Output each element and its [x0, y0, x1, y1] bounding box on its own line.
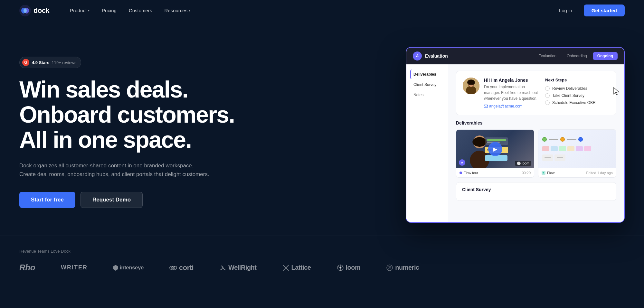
step-circle-2	[545, 93, 550, 98]
hero-buttons: Start for free Request Demo	[19, 192, 296, 208]
nav-pricing[interactable]: Pricing	[97, 5, 122, 16]
intenseye-icon	[113, 265, 118, 271]
figma-icon	[542, 171, 545, 175]
app-header-left: A Evaluation	[413, 51, 448, 61]
hero-subtext: Dock organizes all customer-shared conte…	[19, 161, 238, 179]
logo-wellright: WellRight	[219, 264, 256, 271]
video-dot	[459, 172, 462, 174]
video-timestamp: 00:20	[522, 171, 531, 175]
hero-heading: Win sales deals. Onboard customers. All …	[19, 77, 296, 152]
app-body: Deliverables Client Survey Notes	[406, 64, 624, 222]
logo-text: dock	[33, 6, 49, 15]
logos-row: Rho WRITER intenseye corti WellRight	[19, 263, 625, 273]
chevron-down-icon: ▾	[88, 9, 90, 12]
deliverable-flow[interactable]: Flow Edited 1 day ago	[538, 129, 616, 178]
logo-lattice: Lattice	[282, 264, 311, 271]
app-sidebar: Deliverables Client Survey Notes	[406, 64, 448, 222]
request-demo-button[interactable]: Request Demo	[80, 192, 143, 208]
tab-onboarding[interactable]: Onboarding	[562, 52, 592, 60]
nav-links: Product ▾ Pricing Customers Resources ▾	[65, 5, 553, 16]
flow-diagram	[538, 133, 616, 165]
nav-resources[interactable]: Resources ▾	[159, 5, 195, 16]
flow-meta: Edited 1 day ago	[586, 171, 613, 175]
contact-avatar	[463, 78, 479, 94]
video-avatar-sm: A	[459, 159, 465, 166]
logo-loom: loom	[337, 264, 361, 271]
tab-ongoing[interactable]: Ongoing	[593, 52, 618, 60]
step-1: Review Deliverables	[545, 86, 610, 91]
logo-icon	[19, 5, 31, 16]
flow-label: Flow	[542, 171, 554, 175]
app-header-title: Evaluation	[425, 53, 448, 59]
chevron-down-icon: ▾	[189, 9, 190, 12]
app-header: A Evaluation Evaluation Onboarding Ongoi…	[406, 48, 624, 64]
client-survey-section: Client Survey	[456, 182, 616, 201]
contact-email: angela@acme.com	[484, 104, 539, 108]
numeric-icon	[386, 264, 393, 271]
logo-writer: WRITER	[61, 264, 88, 271]
step-circle-1	[545, 86, 550, 91]
rating-badge: G 4.9 Stars 119+ reviews	[19, 57, 81, 68]
start-free-button[interactable]: Start for free	[19, 192, 75, 208]
contact-name: Hi! I'm Angela Jones	[484, 78, 539, 83]
video-thumbnail: text ▶ A ⚪ loom	[456, 130, 534, 168]
login-button[interactable]: Log in	[553, 5, 579, 16]
g-icon: G	[22, 59, 29, 66]
hero-section: G 4.9 Stars 119+ reviews Win sales deals…	[0, 21, 644, 223]
step-3: Schedule Executive OBR	[545, 100, 610, 105]
svg-point-9	[467, 79, 475, 85]
logo[interactable]: dock	[19, 5, 49, 16]
video-footer: Flow tour 00:20	[456, 168, 534, 177]
logo-numeric: numeric	[386, 264, 419, 271]
tab-evaluation[interactable]: Evaluation	[534, 52, 561, 60]
loom-logo: ⚪ loom	[515, 161, 531, 166]
video-label: Flow tour	[459, 171, 478, 175]
logo-rho: Rho	[19, 263, 35, 273]
get-started-button[interactable]: Get started	[584, 5, 625, 16]
flow-footer: Flow Edited 1 day ago	[538, 168, 616, 177]
flow-thumbnail	[538, 130, 616, 168]
nav-right: Log in Get started	[553, 5, 625, 16]
app-main-content: Hi! I'm Angela Jones I'm your implementa…	[448, 64, 624, 222]
deliverable-video[interactable]: text ▶ A ⚪ loom	[456, 129, 534, 178]
navbar: dock Product ▾ Pricing Customers Resourc…	[0, 0, 644, 21]
contact-info: Hi! I'm Angela Jones I'm your implementa…	[463, 78, 539, 108]
play-button[interactable]: ▶	[488, 142, 502, 156]
sidebar-item-notes[interactable]: Notes	[410, 90, 444, 100]
nav-customers[interactable]: Customers	[124, 5, 157, 16]
app-preview: A Evaluation Evaluation Onboarding Ongoi…	[406, 47, 625, 223]
logos-section: Revenue Teams Love Dock Rho WRITER inten…	[0, 236, 644, 289]
step-circle-3	[545, 100, 550, 105]
wellright-leaf-icon	[219, 265, 226, 271]
hero-left: G 4.9 Stars 119+ reviews Win sales deals…	[19, 47, 296, 208]
next-steps: Next Steps Review Deliverables Take Clie…	[545, 78, 610, 108]
app-tabs: Evaluation Onboarding Ongoing	[534, 52, 618, 60]
logo-corti: corti	[169, 264, 194, 272]
rating-text: 4.9 Stars 119+ reviews	[32, 60, 76, 65]
step-2: Take Client Survey	[545, 93, 610, 98]
loom-icon	[337, 264, 344, 271]
svg-rect-10	[484, 105, 488, 108]
lattice-icon	[282, 264, 289, 271]
logo-intenseye: intenseye	[113, 265, 144, 271]
cursor-icon	[612, 87, 621, 96]
hero-right: A Evaluation Evaluation Onboarding Ongoi…	[296, 47, 625, 223]
corti-icon	[169, 264, 177, 272]
deliverables-section: Deliverables	[456, 120, 616, 178]
contact-desc: I'm your implementation manager. Feel fr…	[484, 84, 539, 101]
nav-product[interactable]: Product ▾	[65, 5, 95, 16]
deliverables-grid: text ▶ A ⚪ loom	[456, 129, 616, 178]
sidebar-item-client-survey[interactable]: Client Survey	[410, 80, 444, 89]
app-avatar: A	[413, 51, 422, 61]
sidebar-item-deliverables[interactable]: Deliverables	[410, 70, 444, 79]
svg-point-3	[24, 8, 27, 13]
contact-card: Hi! I'm Angela Jones I'm your implementa…	[456, 71, 616, 115]
svg-point-19	[339, 267, 341, 268]
